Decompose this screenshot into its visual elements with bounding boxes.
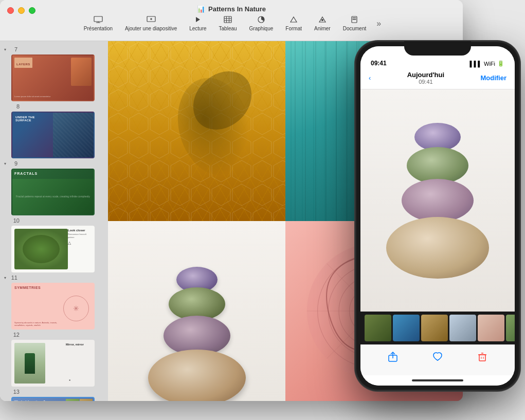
iphone-screen: 09:41 ▌▌▌ WiFi 🔋 ‹ Aujourd'hui 09:41 Mod… [360,46,515,386]
slide-10-content: Look closer Romanesco broccoli pattern △ [12,227,94,271]
svg-rect-7 [224,16,231,23]
presentation-icon [94,16,103,25]
slide-thumb-7[interactable]: LAYERS Lorem ipsum dolor sit amet consec… [11,54,95,101]
toolbar-add-slide-label: Ajouter une diapositive [125,26,177,31]
iphone-status-icons: ▌▌▌ WiFi 🔋 [470,60,504,67]
slide-12-content: Mirror, mirror ✸ [12,341,94,386]
filmstrip-thumb-4[interactable] [449,315,476,341]
filmstrip-thumb-1[interactable] [365,315,391,341]
urchin-mid-top [407,147,468,184]
slide-group-13: 13 Why look for patterns? Understanding … [0,388,108,401]
slide-9-number: 9 [8,160,17,167]
filmstrip-thumb-5[interactable] [478,315,504,341]
keynote-icon: 📊 [197,5,205,13]
toolbar-document[interactable]: Document [337,15,373,32]
svg-rect-35 [479,355,485,361]
toolbar-more[interactable]: » [372,18,385,29]
graphique-icon [257,16,265,25]
close-button[interactable] [7,7,14,14]
toolbar-format-label: Format [285,26,302,31]
slide-13-number: 13 [10,389,20,395]
slide-12-number: 12 [10,332,20,338]
urchin-bottom [386,217,489,279]
slide-thumb-11[interactable]: SYMMETRIES ✳ Symmetry abounds in nature:… [11,283,95,330]
urchin-stack-large [386,123,489,279]
toolbar-lecture[interactable]: Lecture [183,15,212,32]
slide-thumb-8[interactable]: Under the surface [11,112,95,158]
svg-rect-0 [94,16,102,22]
toolbar-tableau-label: Tableau [219,26,237,31]
slide-11-collapse[interactable]: ▾ 11 [0,273,108,282]
slide-thumb-9[interactable]: FRACTALS Fractal patterns repeat at ever… [11,169,95,215]
toolbar-graphique[interactable]: Graphique [243,15,280,32]
filmstrip-thumb-3[interactable] [421,315,448,341]
format-icon [289,16,298,25]
play-icon [194,16,202,25]
slide-8-content: Under the surface [12,113,94,157]
slide-8-number: 8 [10,103,20,109]
document-icon [351,16,358,25]
slide-7-number: 7 [8,46,17,52]
iphone-main-photo [360,89,515,312]
slide-9-collapse[interactable]: ▾ 9 [0,159,108,168]
title-bar: 📊 Patterns In Nature Présentation Ajoute… [0,0,463,41]
toolbar-lecture-label: Lecture [189,26,206,31]
iphone-nav-time: 09:41 [371,79,480,85]
honeycomb-pattern [108,41,285,221]
iphone-action-button[interactable]: Modifier [480,74,506,82]
slide-group-7: ▾ 7 LAYERS Lorem ipsum dolor sit amet co… [0,45,108,101]
filmstrip-thumb-6[interactable] [506,315,515,341]
slide-group-11: ▾ 11 SYMMETRIES ✳ Symmetry abounds in [0,273,108,330]
heart-button[interactable] [432,351,443,365]
toolbar-presentation[interactable]: Présentation [78,15,119,32]
svg-rect-18 [353,19,356,20]
iphone-nav-bar: ‹ Aujourd'hui 09:41 Modifier [360,69,515,89]
toolbar-animer[interactable]: Animer [308,15,337,32]
slide-10-number: 10 [10,217,20,224]
battery-icon: 🔋 [497,60,504,67]
signal-icon: ▌▌▌ [470,61,482,67]
iphone-filmstrip[interactable] [360,312,515,344]
iphone-nav-title: Aujourd'hui 09:41 [371,71,480,85]
svg-marker-6 [196,17,200,22]
home-indicator [412,379,463,381]
slide-group-12: 12 Mirror, mirror ✸ [0,331,108,387]
add-slide-icon [147,16,156,25]
slide-13-content: Why look for patterns? Understanding pat… [12,398,94,401]
minimize-button[interactable] [18,7,25,14]
urchin-mid [402,179,474,222]
slide-7-collapse[interactable]: ▾ 7 [0,45,108,53]
slide-group-10: 10 Look closer Romanesco broccoli patter… [0,216,108,272]
iphone-notch [404,41,471,56]
slide-thumb-12[interactable]: Mirror, mirror ✸ [11,340,95,387]
tableau-icon [224,16,232,25]
svg-point-15 [321,19,323,21]
toolbar-presentation-label: Présentation [84,26,113,31]
slide-panel[interactable]: ▾ 7 LAYERS Lorem ipsum dolor sit amet co… [0,41,108,401]
toolbar: Présentation Ajouter une diapositive Lec… [78,15,385,32]
slide-11-content: SYMMETRIES ✳ Symmetry abounds in nature:… [12,284,94,328]
slide-group-8: 8 Under the surface [0,102,108,158]
iphone: 09:41 ▌▌▌ WiFi 🔋 ‹ Aujourd'hui 09:41 Mod… [355,41,520,391]
slide-9-content: FRACTALS Fractal patterns repeat at ever… [12,170,94,214]
chevron-down-icon-9: ▾ [4,161,6,166]
toolbar-add-slide[interactable]: Ajouter une diapositive [119,15,183,32]
chevron-down-icon-11: ▾ [4,276,6,280]
trash-button[interactable] [477,351,488,365]
iphone-nav-date: Aujourd'hui [371,71,480,79]
window-title: 📊 Patterns In Nature [197,5,266,13]
filmstrip-thumb-2[interactable] [393,315,420,341]
toolbar-tableau[interactable]: Tableau [213,15,243,32]
canvas-cell-bee [108,41,285,221]
iphone-time: 09:41 [371,60,387,67]
wifi-icon: WiFi [484,61,495,67]
slide-thumb-10[interactable]: Look closer Romanesco broccoli pattern △ [11,226,95,272]
toolbar-format[interactable]: Format [279,15,308,32]
slide-group-9: ▾ 9 FRACTALS Fractal patterns repeat at … [0,159,108,215]
iphone-toolbar [360,344,515,375]
toolbar-graphique-label: Graphique [249,26,274,31]
share-button[interactable] [387,351,399,365]
slide-thumb-13[interactable]: Why look for patterns? Understanding pat… [11,397,95,401]
window-controls [7,7,35,14]
maximize-button[interactable] [29,7,35,14]
